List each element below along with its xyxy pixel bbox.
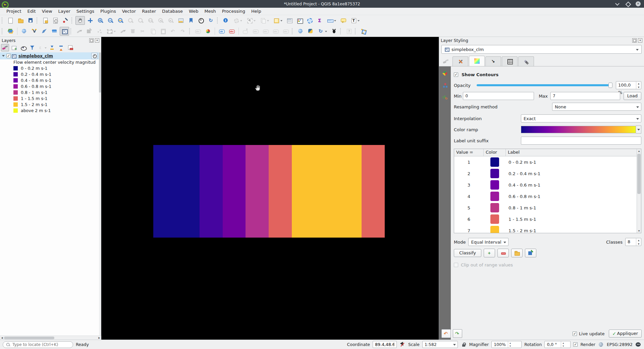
move-label-button[interactable] xyxy=(271,27,280,36)
zoom-full-extent-button[interactable]: ↔ xyxy=(116,16,125,25)
save-classes-button[interactable] xyxy=(525,249,536,257)
statistical-summary-button[interactable] xyxy=(315,16,324,25)
panel-float-icon[interactable] xyxy=(89,38,94,43)
scrollbar-thumb[interactable] xyxy=(637,154,641,194)
classes-spinbox[interactable]: 8 ▲▼ xyxy=(625,238,641,246)
table-row[interactable]: 10 - 0.2 m s-1 xyxy=(454,156,641,168)
expand-all-button[interactable] xyxy=(48,44,56,51)
clip-out-of-range-checkbox[interactable] xyxy=(454,263,458,267)
legend-item[interactable]: 1 - 1.5 m s-1 xyxy=(0,95,99,101)
deselect-features-button[interactable] xyxy=(258,16,271,25)
table-row[interactable]: 20.2 - 0.4 m s-1 xyxy=(454,168,641,179)
layer-name[interactable]: simplebox_clm xyxy=(18,53,53,58)
layers-horizontal-scrollbar[interactable]: ◀ ▶ xyxy=(0,336,101,340)
open-field-calculator-button[interactable] xyxy=(295,16,304,25)
spin-down-icon[interactable]: ▼ xyxy=(636,85,641,89)
menu-raster[interactable]: Raster xyxy=(139,8,159,15)
scroll-down-icon[interactable]: ▼ xyxy=(637,229,641,233)
menu-project[interactable]: Project xyxy=(3,8,24,15)
highlight-pinned-labels-button[interactable] xyxy=(251,27,260,36)
layer-diagram-options-button[interactable] xyxy=(203,27,213,36)
copy-features-button[interactable] xyxy=(148,27,158,36)
table-scrollbar[interactable]: ▲ ▼ xyxy=(637,149,641,233)
panel-close-icon[interactable] xyxy=(638,38,642,43)
render-checkbox[interactable] xyxy=(573,342,578,347)
zoom-to-selection-button[interactable] xyxy=(126,16,135,25)
measure-line-button[interactable] xyxy=(325,16,338,25)
coordinate-toggle-icon[interactable] xyxy=(399,342,406,348)
modify-attributes-button[interactable] xyxy=(118,27,127,36)
paste-features-button[interactable] xyxy=(158,27,168,36)
menu-mesh[interactable]: Mesh xyxy=(201,8,219,15)
spin-down-icon[interactable]: ▼ xyxy=(508,345,512,348)
table-row[interactable]: 40.6 - 0.8 m s-1 xyxy=(454,191,641,202)
toolbar-grip[interactable] xyxy=(70,28,73,34)
table-row[interactable]: 71.5 - 2 m s-1 xyxy=(454,225,641,233)
rotate-label-button[interactable] xyxy=(281,27,290,36)
remove-layer-button[interactable] xyxy=(66,44,74,51)
menu-help[interactable]: Help xyxy=(248,8,264,15)
apply-button[interactable]: Appliquer xyxy=(609,330,642,338)
legend-item[interactable]: 0.2 - 0.4 m s-1 xyxy=(0,71,99,77)
color-swatch[interactable] xyxy=(490,203,499,212)
menu-web[interactable]: Web xyxy=(186,8,201,15)
show-contours-checkbox[interactable] xyxy=(454,72,458,77)
label-rule-based-button[interactable] xyxy=(227,27,236,36)
scale-combo[interactable]: 1:582 xyxy=(422,341,458,348)
color-swatch[interactable] xyxy=(490,192,499,201)
color-swatch[interactable] xyxy=(490,180,499,190)
mode-combo[interactable]: Equal Interval xyxy=(468,238,508,246)
opacity-slider[interactable] xyxy=(477,84,612,86)
expander-icon[interactable] xyxy=(2,55,5,58)
zoom-in-button[interactable]: + xyxy=(96,16,105,25)
new-print-layout-button[interactable] xyxy=(41,16,50,25)
add-feature-button[interactable] xyxy=(95,27,104,36)
resampling-combo[interactable]: None xyxy=(552,103,641,111)
zoom-native-resolution-button[interactable]: 1:1 xyxy=(146,16,155,25)
rotation-spinbox[interactable]: 0,0 ° ▲▼ xyxy=(544,341,571,348)
menu-edit[interactable]: Edit xyxy=(24,8,39,15)
min-input[interactable] xyxy=(463,92,534,100)
color-swatch[interactable] xyxy=(490,214,499,224)
identify-features-button[interactable] xyxy=(221,16,230,25)
column-header-color[interactable]: Color xyxy=(484,149,506,156)
toolbar-grip[interactable] xyxy=(189,28,192,34)
menu-layer[interactable]: Layer xyxy=(55,8,73,15)
select-features-button[interactable] xyxy=(245,16,257,25)
run-feature-action-button[interactable] xyxy=(231,16,244,25)
save-project-button[interactable] xyxy=(26,16,35,25)
zoom-to-layer-button[interactable] xyxy=(136,16,145,25)
menu-database[interactable]: Database xyxy=(159,8,186,15)
vertex-tool-button[interactable] xyxy=(105,27,117,36)
tab-layer-effects[interactable] xyxy=(518,56,534,66)
column-header-value[interactable]: Value = xyxy=(454,149,484,156)
legend-item[interactable]: 0.4 - 0.6 m s-1 xyxy=(0,77,99,83)
show-layout-manager-button[interactable] xyxy=(51,16,60,25)
new-shapefile-layer-button[interactable] xyxy=(40,27,49,36)
processing-toolbox-button[interactable] xyxy=(305,16,314,25)
cut-features-button[interactable] xyxy=(138,27,148,36)
layer-visibility-checkbox[interactable] xyxy=(6,54,11,58)
legend-item[interactable]: above 2 m s-1 xyxy=(0,107,99,113)
layer-hierarchy-icon[interactable] xyxy=(442,83,448,89)
add-group-button[interactable] xyxy=(10,44,18,51)
zoom-out-button[interactable]: − xyxy=(106,16,115,25)
text-annotation-button[interactable] xyxy=(348,16,361,25)
manage-map-themes-button[interactable] xyxy=(19,44,27,51)
interpolation-combo[interactable]: Exact xyxy=(521,114,641,122)
filter-legend-button[interactable] xyxy=(28,44,36,51)
3d-cube-icon[interactable] xyxy=(442,70,448,77)
undo-button[interactable] xyxy=(168,27,178,36)
processing-history-button[interactable] xyxy=(316,27,329,36)
style-redo-button[interactable] xyxy=(453,329,462,338)
new-geopackage-layer-button[interactable] xyxy=(50,27,59,36)
label-unit-suffix-input[interactable] xyxy=(521,137,641,145)
spin-up-icon[interactable]: ▲ xyxy=(636,82,641,85)
select-features-by-value-button[interactable] xyxy=(271,16,284,25)
help-contents-button[interactable] xyxy=(344,27,354,36)
panel-float-icon[interactable] xyxy=(632,38,637,43)
legend-item[interactable]: 0.8 - 1 m s-1 xyxy=(0,89,99,95)
table-row[interactable]: 50.8 - 1 m s-1 xyxy=(454,202,641,213)
pan-map-button[interactable] xyxy=(75,16,85,25)
live-update-checkbox[interactable] xyxy=(573,332,577,336)
